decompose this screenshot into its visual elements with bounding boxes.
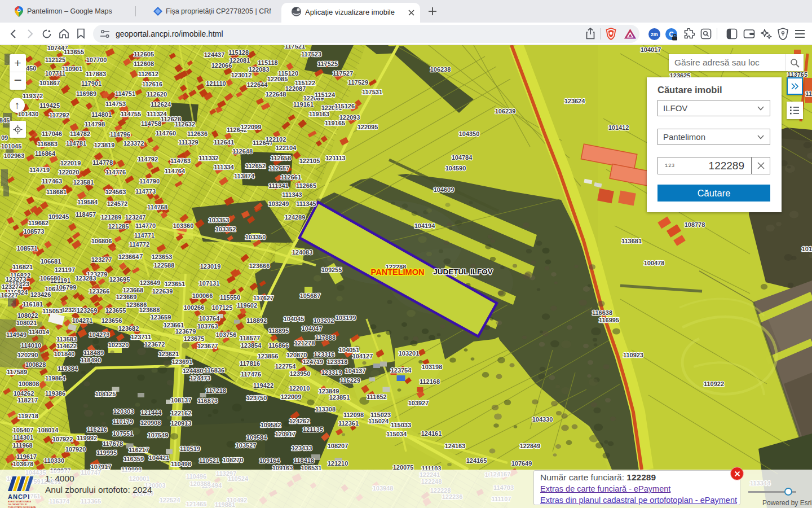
svg-text:116995: 116995 bbox=[599, 317, 619, 323]
svg-text:104350: 104350 bbox=[459, 130, 480, 137]
svg-text:107922: 107922 bbox=[52, 436, 73, 443]
svg-text:116217: 116217 bbox=[129, 446, 149, 453]
svg-text:122849: 122849 bbox=[520, 443, 541, 449]
svg-text:110923: 110923 bbox=[623, 352, 643, 358]
svg-text:122648: 122648 bbox=[266, 91, 286, 98]
svg-text:112648: 112648 bbox=[232, 148, 253, 155]
svg-text:116821: 116821 bbox=[12, 264, 33, 270]
svg-text:114781: 114781 bbox=[66, 140, 86, 147]
svg-text:116216: 116216 bbox=[87, 426, 107, 433]
svg-text:103353: 103353 bbox=[209, 217, 230, 224]
svg-text:123621: 123621 bbox=[158, 351, 179, 357]
svg-text:124473: 124473 bbox=[190, 375, 211, 382]
svg-text:103249: 103249 bbox=[268, 200, 289, 207]
svg-text:123682: 123682 bbox=[118, 325, 139, 332]
svg-text:102963: 102963 bbox=[4, 152, 25, 159]
svg-text:107131: 107131 bbox=[199, 280, 220, 287]
svg-text:124480: 124480 bbox=[183, 367, 204, 374]
svg-text:119384: 119384 bbox=[58, 365, 78, 372]
svg-text:117888: 117888 bbox=[315, 334, 336, 341]
svg-text:120303: 120303 bbox=[113, 408, 134, 415]
svg-text:106238: 106238 bbox=[430, 66, 451, 73]
svg-text:121285: 121285 bbox=[108, 223, 129, 230]
svg-text:114301: 114301 bbox=[13, 434, 33, 441]
svg-text:122099: 122099 bbox=[241, 124, 262, 130]
svg-text:114719: 114719 bbox=[29, 167, 50, 173]
svg-text:106680: 106680 bbox=[40, 275, 61, 282]
svg-text:106681: 106681 bbox=[41, 258, 61, 265]
svg-text:108137: 108137 bbox=[171, 397, 192, 404]
svg-text:122162: 122162 bbox=[171, 410, 192, 417]
svg-text:103756: 103756 bbox=[216, 331, 237, 338]
svg-text:112636: 112636 bbox=[187, 130, 208, 137]
svg-text:122644: 122644 bbox=[247, 81, 268, 88]
svg-text:124572: 124572 bbox=[107, 200, 128, 207]
svg-text:115550: 115550 bbox=[220, 294, 240, 301]
svg-text:123950: 123950 bbox=[290, 370, 311, 377]
svg-text:117678: 117678 bbox=[103, 440, 123, 447]
svg-text:108778: 108778 bbox=[685, 221, 705, 228]
svg-text:114763: 114763 bbox=[170, 157, 191, 164]
svg-text:123675: 123675 bbox=[184, 335, 205, 342]
svg-text:119992: 119992 bbox=[77, 435, 97, 441]
svg-text:103678: 103678 bbox=[13, 461, 34, 467]
svg-text:104262: 104262 bbox=[14, 390, 34, 397]
svg-text:117627: 117627 bbox=[253, 295, 273, 301]
svg-text:110521: 110521 bbox=[199, 457, 219, 464]
svg-text:117901: 117901 bbox=[81, 80, 102, 87]
svg-text:123666: 123666 bbox=[249, 262, 270, 269]
svg-text:108270: 108270 bbox=[223, 457, 244, 463]
svg-text:121278: 121278 bbox=[294, 340, 315, 347]
svg-text:112641: 112641 bbox=[214, 139, 234, 146]
svg-text:119425: 119425 bbox=[39, 102, 60, 109]
svg-text:111968: 111968 bbox=[12, 442, 33, 449]
svg-text:123659: 123659 bbox=[151, 314, 171, 321]
svg-text:114764: 114764 bbox=[165, 168, 186, 174]
svg-text:117521: 117521 bbox=[285, 45, 305, 50]
svg-text:845: 845 bbox=[0, 117, 10, 124]
svg-text:122105: 122105 bbox=[299, 157, 320, 164]
svg-text:122754: 122754 bbox=[275, 363, 297, 370]
svg-text:123854: 123854 bbox=[241, 342, 262, 349]
svg-text:107920: 107920 bbox=[65, 446, 86, 453]
svg-text:104137: 104137 bbox=[345, 367, 366, 374]
svg-text:114014: 114014 bbox=[29, 329, 50, 335]
svg-text:114949: 114949 bbox=[6, 331, 27, 338]
svg-text:114782: 114782 bbox=[70, 130, 90, 137]
svg-text:120908: 120908 bbox=[140, 419, 161, 426]
svg-text:122588: 122588 bbox=[154, 262, 175, 269]
svg-text:112657: 112657 bbox=[269, 165, 289, 172]
svg-text:111341: 111341 bbox=[268, 182, 289, 189]
svg-text:114790: 114790 bbox=[139, 178, 160, 185]
svg-text:123273: 123273 bbox=[6, 276, 27, 283]
svg-text:122104: 122104 bbox=[276, 144, 297, 151]
svg-text:107551: 107551 bbox=[113, 430, 134, 437]
svg-text:104273: 104273 bbox=[89, 331, 110, 338]
svg-text:105407: 105407 bbox=[13, 427, 34, 433]
svg-text:123019: 123019 bbox=[200, 263, 221, 270]
svg-text:JUDEȚUL ILFOV: JUDEȚUL ILFOV bbox=[433, 268, 493, 276]
svg-text:123669: 123669 bbox=[116, 294, 137, 300]
svg-text:119617: 119617 bbox=[16, 453, 37, 460]
svg-text:112652: 112652 bbox=[245, 163, 266, 169]
svg-text:109582: 109582 bbox=[261, 422, 281, 428]
svg-text:108571: 108571 bbox=[17, 245, 38, 252]
svg-text:123319: 123319 bbox=[321, 369, 342, 376]
svg-text:123695: 123695 bbox=[109, 276, 130, 283]
svg-text:110922: 110922 bbox=[704, 380, 724, 387]
svg-text:111332: 111332 bbox=[198, 155, 219, 161]
svg-text:122010: 122010 bbox=[289, 385, 310, 392]
svg-text:122009: 122009 bbox=[281, 393, 302, 400]
svg-text:123269: 123269 bbox=[77, 307, 98, 314]
svg-text:123655: 123655 bbox=[105, 307, 126, 314]
svg-text:104330: 104330 bbox=[532, 416, 553, 423]
svg-text:124163: 124163 bbox=[445, 443, 466, 449]
svg-text:112620: 112620 bbox=[147, 91, 167, 98]
svg-text:101867: 101867 bbox=[39, 80, 60, 86]
svg-text:104271: 104271 bbox=[72, 317, 93, 324]
svg-text:123624: 123624 bbox=[564, 98, 586, 104]
svg-text:119161: 119161 bbox=[293, 101, 314, 108]
svg-text:124289: 124289 bbox=[285, 214, 306, 221]
svg-text:103527: 103527 bbox=[236, 442, 257, 449]
svg-text:103763: 103763 bbox=[197, 323, 218, 330]
